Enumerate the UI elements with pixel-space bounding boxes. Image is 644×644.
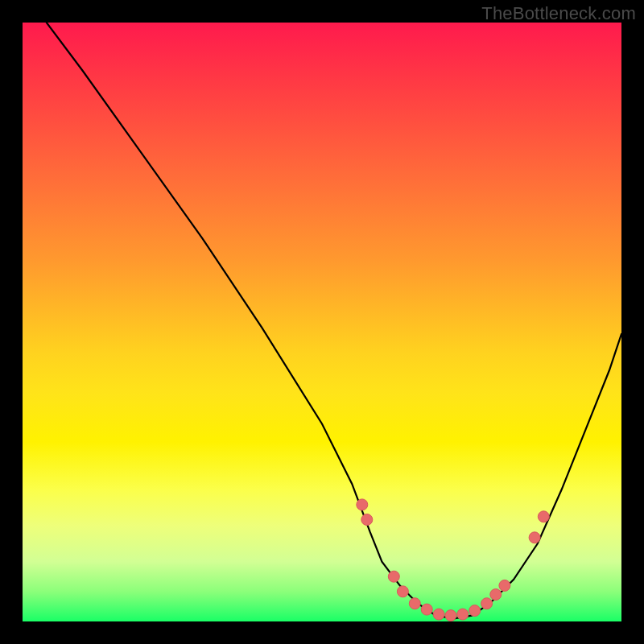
data-marker bbox=[499, 580, 510, 591]
curve-markers bbox=[357, 499, 550, 621]
chart-frame: TheBottleneck.com bbox=[0, 0, 644, 644]
data-marker bbox=[361, 514, 373, 526]
data-marker bbox=[490, 589, 502, 601]
data-marker bbox=[397, 586, 408, 597]
data-marker bbox=[433, 609, 444, 620]
data-marker bbox=[481, 598, 493, 609]
data-marker bbox=[538, 511, 549, 522]
data-marker bbox=[421, 604, 432, 615]
bottleneck-curve bbox=[47, 23, 621, 618]
chart-svg bbox=[23, 23, 621, 621]
data-marker bbox=[445, 610, 456, 621]
data-marker bbox=[388, 571, 399, 582]
plot-area bbox=[23, 23, 621, 621]
watermark-text: TheBottleneck.com bbox=[481, 3, 636, 24]
data-marker bbox=[409, 598, 420, 609]
data-marker bbox=[529, 532, 540, 543]
data-marker bbox=[457, 609, 469, 620]
data-marker bbox=[469, 605, 481, 617]
data-marker bbox=[357, 499, 368, 510]
